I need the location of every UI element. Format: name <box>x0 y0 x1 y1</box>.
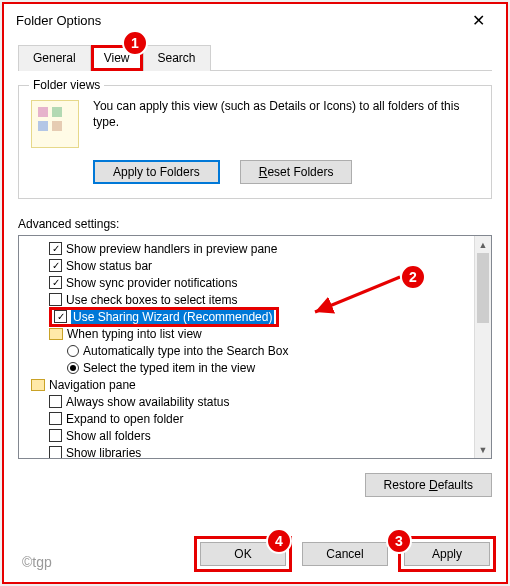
watermark: ©tgp <box>22 554 52 570</box>
list-item[interactable]: Show all folders <box>27 427 473 444</box>
annotation-marker-2: 2 <box>400 264 426 290</box>
list-item[interactable]: Navigation pane <box>27 376 473 393</box>
titlebar: Folder Options ✕ <box>4 4 506 36</box>
checkbox-icon <box>54 310 67 323</box>
list-item[interactable]: Expand to open folder <box>27 410 473 427</box>
annotation-arrow <box>310 277 410 320</box>
checkbox-icon <box>49 429 62 442</box>
annotation-marker-4: 4 <box>266 528 292 554</box>
tab-search[interactable]: Search <box>143 45 211 71</box>
apply-button[interactable]: Apply <box>404 542 490 566</box>
scroll-down-icon[interactable]: ▼ <box>475 441 491 458</box>
dialog-footer: OK Cancel Apply <box>194 536 496 572</box>
close-icon[interactable]: ✕ <box>458 6 498 34</box>
annotation-marker-1: 1 <box>122 30 148 56</box>
list-item[interactable]: Select the typed item in the view <box>27 359 473 376</box>
list-item[interactable]: Always show availability status <box>27 393 473 410</box>
tab-general[interactable]: General <box>18 45 91 71</box>
annotation-marker-3: 3 <box>386 528 412 554</box>
checkbox-icon <box>49 259 62 272</box>
window-title: Folder Options <box>16 13 458 28</box>
folder-views-legend: Folder views <box>29 78 104 92</box>
scrollbar[interactable]: ▲ ▼ <box>474 236 491 458</box>
apply-to-folders-button[interactable]: Apply to Folders <box>93 160 220 184</box>
reset-folders-button[interactable]: Reset Folders <box>240 160 353 184</box>
advanced-settings-label: Advanced settings: <box>18 217 492 231</box>
folder-views-text: You can apply this view (such as Details… <box>93 98 479 148</box>
list-item[interactable]: Automatically type into the Search Box <box>27 342 473 359</box>
checkbox-icon <box>49 242 62 255</box>
folder-icon <box>31 379 45 391</box>
list-item[interactable]: Show libraries <box>27 444 473 459</box>
tab-strip: General View Search <box>18 44 492 71</box>
checkbox-icon <box>49 446 62 459</box>
restore-defaults-button[interactable]: Restore Defaults <box>365 473 492 497</box>
svg-line-0 <box>315 277 400 312</box>
tab-view[interactable]: View <box>104 51 130 65</box>
folder-views-icon <box>31 100 79 148</box>
checkbox-icon <box>49 276 62 289</box>
checkbox-icon <box>49 412 62 425</box>
apply-highlight: Apply <box>398 536 496 572</box>
list-item[interactable]: When typing into list view <box>27 325 473 342</box>
checkbox-icon <box>49 293 62 306</box>
scroll-thumb[interactable] <box>477 253 489 323</box>
checkbox-icon <box>49 395 62 408</box>
radio-icon <box>67 362 79 374</box>
radio-icon <box>67 345 79 357</box>
cancel-button[interactable]: Cancel <box>302 542 388 566</box>
folder-views-group: Folder views You can apply this view (su… <box>18 85 492 199</box>
list-item[interactable]: Show preview handlers in preview pane <box>27 240 473 257</box>
scroll-up-icon[interactable]: ▲ <box>475 236 491 253</box>
folder-icon <box>49 328 63 340</box>
